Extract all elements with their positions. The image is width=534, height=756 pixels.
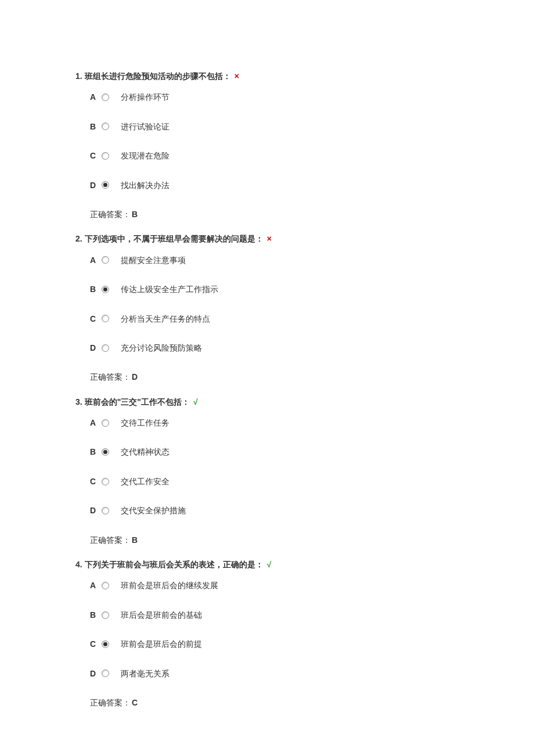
option-text: 交待工作任务 xyxy=(121,416,169,429)
answer-label: 正确答案： xyxy=(90,210,131,219)
option-letter: B xyxy=(90,283,99,296)
option-row: D充分讨论风险预防策略 xyxy=(90,341,459,354)
option-radio[interactable] xyxy=(102,344,109,352)
option-radio[interactable] xyxy=(102,640,109,648)
option-radio[interactable] xyxy=(102,152,109,160)
option-text: 分析当天生产任务的特点 xyxy=(121,312,210,325)
option-letter: D xyxy=(90,667,99,680)
option-text: 班前会是班后会的前提 xyxy=(121,638,202,650)
option-letter: A xyxy=(90,416,99,429)
option-letter: D xyxy=(90,341,99,354)
question-header: 1.班组长进行危险预知活动的步骤不包括：× xyxy=(75,70,459,82)
option-row: A班前会是班后会的继续发展 xyxy=(90,579,459,592)
question-number: 1. xyxy=(75,70,82,82)
option-row: C发现潜在危险 xyxy=(90,149,459,162)
check-icon: √ xyxy=(193,395,198,408)
question-block: 1.班组长进行危险预知活动的步骤不包括：×A分析操作环节B进行试验论证C发现潜在… xyxy=(75,70,459,221)
option-row: B交代精神状态 xyxy=(90,445,459,458)
option-letter: A xyxy=(90,254,99,267)
option-radio[interactable] xyxy=(102,669,109,677)
option-row: B班后会是班前会的基础 xyxy=(90,609,459,621)
option-radio[interactable] xyxy=(102,507,109,514)
question-number: 2. xyxy=(75,232,82,245)
option-radio[interactable] xyxy=(102,611,109,619)
option-radio[interactable] xyxy=(102,123,109,130)
question-number: 4. xyxy=(75,558,82,571)
option-letter: D xyxy=(90,179,99,192)
question-text: 下列选项中，不属于班组早会需要解决的问题是： xyxy=(85,232,264,245)
answer-row: 正确答案：C xyxy=(90,696,459,709)
option-text: 进行试验论证 xyxy=(121,120,169,133)
question-header: 3.班前会的"三交"工作不包括：√ xyxy=(75,395,459,408)
answer-value: B xyxy=(132,535,138,545)
question-text: 班组长进行危险预知活动的步骤不包括： xyxy=(85,70,231,82)
question-header: 4.下列关于班前会与班后会关系的表述，正确的是：√ xyxy=(75,558,459,571)
option-row: B进行试验论证 xyxy=(90,120,459,133)
option-letter: C xyxy=(90,312,99,325)
question-text: 班前会的"三交"工作不包括： xyxy=(85,395,190,408)
answer-value: C xyxy=(132,698,138,707)
option-text: 传达上级安全生产工作指示 xyxy=(121,283,218,296)
check-icon: √ xyxy=(267,558,272,571)
option-letter: A xyxy=(90,579,99,592)
option-text: 找出解决办法 xyxy=(121,179,169,192)
cross-icon: × xyxy=(267,232,272,245)
option-text: 交代安全保护措施 xyxy=(121,504,186,517)
cross-icon: × xyxy=(234,70,239,82)
option-radio[interactable] xyxy=(102,93,109,101)
option-row: C交代工作安全 xyxy=(90,475,459,488)
option-text: 两者毫无关系 xyxy=(121,667,169,680)
question-block: 3.班前会的"三交"工作不包括：√A交待工作任务B交代精神状态C交代工作安全D交… xyxy=(75,395,459,546)
option-row: A交待工作任务 xyxy=(90,416,459,429)
question-block: 2.下列选项中，不属于班组早会需要解决的问题是：×A提醒安全注意事项B传达上级安… xyxy=(75,232,459,383)
option-radio[interactable] xyxy=(102,315,109,322)
option-text: 提醒安全注意事项 xyxy=(121,254,186,267)
option-letter: A xyxy=(90,91,99,103)
option-letter: C xyxy=(90,149,99,162)
option-letter: C xyxy=(90,638,99,650)
option-letter: B xyxy=(90,445,99,458)
answer-row: 正确答案：D xyxy=(90,370,459,383)
question-number: 3. xyxy=(75,395,82,408)
option-row: D找出解决办法 xyxy=(90,179,459,192)
option-row: B传达上级安全生产工作指示 xyxy=(90,283,459,296)
question-header: 2.下列选项中，不属于班组早会需要解决的问题是：× xyxy=(75,232,459,245)
answer-label: 正确答案： xyxy=(90,372,131,381)
answer-row: 正确答案：B xyxy=(90,534,459,546)
question-block: 4.下列关于班前会与班后会关系的表述，正确的是：√A班前会是班后会的继续发展B班… xyxy=(75,558,459,709)
option-text: 交代精神状态 xyxy=(121,445,169,458)
option-letter: B xyxy=(90,120,99,133)
option-letter: B xyxy=(90,609,99,621)
option-row: D两者毫无关系 xyxy=(90,667,459,680)
option-text: 分析操作环节 xyxy=(121,91,169,103)
option-radio[interactable] xyxy=(102,582,109,589)
option-radio[interactable] xyxy=(102,448,109,456)
option-row: A分析操作环节 xyxy=(90,91,459,103)
answer-row: 正确答案：B xyxy=(90,208,459,221)
answer-label: 正确答案： xyxy=(90,698,131,707)
option-radio[interactable] xyxy=(102,256,109,264)
option-radio[interactable] xyxy=(102,478,109,485)
option-row: C班前会是班后会的前提 xyxy=(90,638,459,650)
option-letter: C xyxy=(90,475,99,488)
option-radio[interactable] xyxy=(102,181,109,189)
option-text: 班前会是班后会的继续发展 xyxy=(121,579,218,592)
option-letter: D xyxy=(90,504,99,517)
option-text: 充分讨论风险预防策略 xyxy=(121,341,202,354)
option-radio[interactable] xyxy=(102,286,109,293)
answer-label: 正确答案： xyxy=(90,535,131,545)
option-text: 班后会是班前会的基础 xyxy=(121,609,202,621)
quiz-container: 1.班组长进行危险预知活动的步骤不包括：×A分析操作环节B进行试验论证C发现潜在… xyxy=(75,70,459,709)
option-text: 发现潜在危险 xyxy=(121,149,169,162)
question-text: 下列关于班前会与班后会关系的表述，正确的是： xyxy=(85,558,264,571)
answer-value: D xyxy=(132,372,138,381)
option-row: C分析当天生产任务的特点 xyxy=(90,312,459,325)
answer-value: B xyxy=(132,210,138,219)
option-row: D交代安全保护措施 xyxy=(90,504,459,517)
option-radio[interactable] xyxy=(102,419,109,427)
option-row: A提醒安全注意事项 xyxy=(90,254,459,267)
option-text: 交代工作安全 xyxy=(121,475,169,488)
